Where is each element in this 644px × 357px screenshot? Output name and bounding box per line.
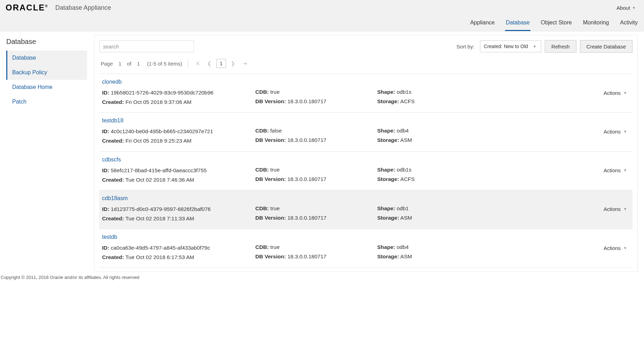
db-cdb: CDB: true (255, 165, 377, 174)
chevron-down-icon: ▼ (632, 6, 636, 10)
db-shape: Shape: odb1 (377, 204, 604, 213)
actions-menu[interactable]: Actions ▼ (604, 90, 630, 96)
sidebar: Database DatabaseBackup PolicyDatabase H… (0, 31, 91, 272)
page-first-icon[interactable]: K (194, 61, 202, 66)
search-input[interactable] (99, 40, 194, 52)
database-row: testdb ID: ca0ca63e-49d5-4797-a845-af433… (99, 229, 633, 268)
actions-menu[interactable]: Actions ▼ (604, 129, 630, 135)
db-storage: Storage: ASM (377, 135, 604, 145)
db-cdb: CDB: true (255, 87, 377, 97)
db-shape: Shape: odb4 (377, 126, 604, 135)
tab-database[interactable]: Database (505, 18, 530, 31)
database-row: testdb18 ID: 4c0c1240-be0d-495b-b665-c23… (99, 113, 633, 151)
db-created: Created: Tue Oct 02 2018 7:46:36 AM (102, 175, 255, 184)
db-shape: Shape: odb4 (377, 242, 604, 252)
actions-label: Actions (604, 245, 621, 251)
sidebar-item-database[interactable]: Database (6, 51, 87, 65)
db-storage: Storage: ASM (377, 213, 604, 222)
db-id: ID: 58efc217-8bad-415e-affd-0aeaccc3f755 (102, 166, 255, 175)
db-id: ID: 4c0c1240-be0d-495b-b665-c2340297e721 (102, 127, 255, 136)
db-version: DB Version: 18.3.0.0.180717 (255, 97, 377, 106)
sidebar-item-patch[interactable]: Patch (6, 94, 87, 109)
sortby-value: Created: New to Old (484, 44, 528, 49)
database-name-link[interactable]: cdbscfs (102, 157, 121, 166)
database-list: clonedb ID: 19b58021-5726-4029-83c9-9530… (99, 74, 633, 268)
refresh-button[interactable]: Refresh (545, 40, 576, 53)
chevron-down-icon: ▼ (533, 45, 536, 48)
database-name-link[interactable]: testdb (102, 234, 117, 243)
db-storage: Storage: ACFS (377, 174, 604, 184)
sidebar-item-backup-policy[interactable]: Backup Policy (6, 65, 87, 80)
db-cdb: CDB: true (255, 242, 377, 252)
tab-activity[interactable]: Activity (619, 18, 638, 31)
page-next-icon[interactable]: ❯ (228, 61, 238, 66)
footer-copyright: Copyright © 2011, 2018 Oracle and/or its… (0, 272, 644, 283)
database-name-link[interactable]: testdb18 (102, 117, 123, 127)
db-storage: Storage: ASM (377, 252, 604, 261)
db-created: Created: Tue Oct 02 2018 7:11:33 AM (102, 214, 255, 223)
db-id: ID: 19b58021-5726-4029-83c9-9530dc720b96 (102, 88, 255, 97)
db-cdb: CDB: false (255, 126, 377, 135)
toolbar: Sort by: Created: New to Old ▼ Refresh C… (99, 40, 633, 53)
create-database-button[interactable]: Create Database (580, 40, 633, 53)
about-menu[interactable]: About ▼ (616, 5, 638, 11)
database-row: cdbscfs ID: 58efc217-8bad-415e-affd-0aea… (99, 152, 633, 190)
actions-label: Actions (604, 167, 621, 173)
db-cdb: CDB: true (255, 204, 377, 213)
chevron-down-icon: ▼ (623, 207, 627, 211)
db-id: ID: 1d123775-d0c0-4379-9597-6826f2baf076 (102, 204, 255, 214)
chevron-down-icon: ▼ (623, 91, 627, 95)
db-created: Created: Fri Oct 05 2018 9:25:23 AM (102, 136, 255, 145)
page-prev-icon[interactable]: ❮ (204, 61, 214, 66)
chevron-down-icon: ▼ (623, 168, 627, 172)
about-label: About (616, 5, 630, 11)
page-last-icon[interactable]: ⇥ (240, 61, 250, 66)
page-number[interactable]: 1 (216, 59, 226, 68)
sidebar-item-database-home[interactable]: Database Home (6, 80, 87, 94)
tab-object-store[interactable]: Object Store (540, 18, 573, 31)
db-storage: Storage: ACFS (377, 97, 604, 106)
chevron-down-icon: ▼ (623, 130, 627, 134)
db-version: DB Version: 18.3.0.0.180717 (255, 135, 377, 145)
tab-appliance[interactable]: Appliance (470, 18, 495, 31)
db-shape: Shape: odb1s (377, 87, 604, 97)
chevron-down-icon: ▼ (623, 246, 627, 250)
database-row: cdb18asm ID: 1d123775-d0c0-4379-9597-682… (99, 190, 633, 229)
actions-menu[interactable]: Actions ▼ (604, 206, 630, 212)
db-version: DB Version: 18.3.0.0.180717 (255, 213, 377, 222)
app-title: Database Appliance (55, 4, 111, 12)
db-shape: Shape: odb1s (377, 165, 604, 174)
main-content: Sort by: Created: New to Old ▼ Refresh C… (91, 31, 644, 272)
tab-monitoring[interactable]: Monitoring (582, 18, 610, 31)
database-panel: Sort by: Created: New to Old ▼ Refresh C… (94, 35, 638, 272)
top-banner: ORACLE® Database Appliance About ▼ Appli… (0, 0, 644, 31)
oracle-logo: ORACLE® (6, 3, 48, 13)
actions-label: Actions (604, 90, 621, 96)
actions-menu[interactable]: Actions ▼ (604, 167, 630, 173)
database-row: clonedb ID: 19b58021-5726-4029-83c9-9530… (99, 74, 633, 113)
database-name-link[interactable]: cdb18asm (102, 195, 128, 204)
actions-label: Actions (604, 206, 621, 212)
sidebar-title: Database (6, 36, 87, 51)
pagination: Page 1 of 1 (1-5 of 5 items) K ❮ 1 ❯ ⇥ (99, 53, 633, 74)
sortby-label: Sort by: (456, 44, 474, 50)
actions-label: Actions (604, 129, 621, 135)
db-created: Created: Fri Oct 05 2018 9:37:06 AM (102, 97, 255, 107)
db-created: Created: Tue Oct 02 2018 6:17:53 AM (102, 252, 255, 262)
db-version: DB Version: 18.3.0.0.180717 (255, 252, 377, 261)
db-id: ID: ca0ca63e-49d5-4797-a845-af433ab0f79c (102, 243, 255, 252)
db-version: DB Version: 18.3.0.0.180717 (255, 174, 377, 184)
sortby-select[interactable]: Created: New to Old ▼ (480, 40, 541, 52)
top-tabs: ApplianceDatabaseObject StoreMonitoringA… (0, 14, 644, 31)
actions-menu[interactable]: Actions ▼ (604, 245, 630, 251)
database-name-link[interactable]: clonedb (102, 79, 122, 88)
